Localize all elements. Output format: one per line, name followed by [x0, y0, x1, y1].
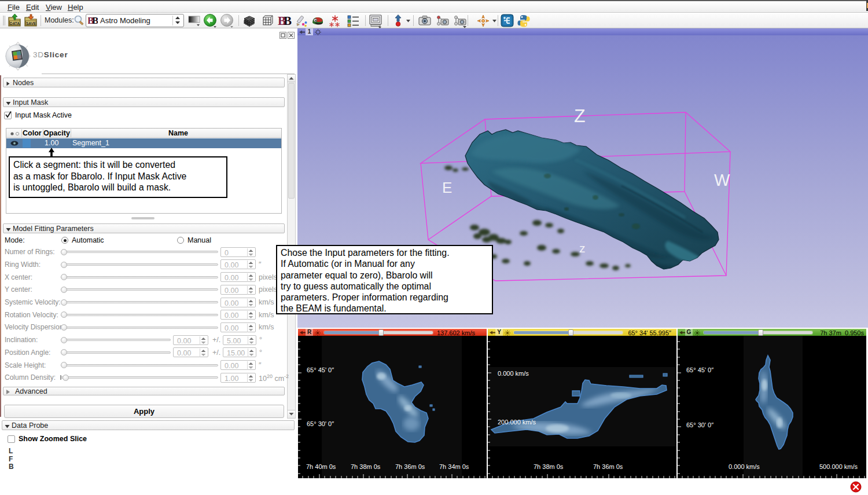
svg-text:Z: Z [574, 105, 586, 126]
svg-text:B: B [284, 14, 292, 28]
svg-text:W: W [714, 171, 730, 189]
svg-text:DATA: DATA [10, 21, 20, 25]
svg-text:E: E [442, 179, 452, 196]
svg-text:B: B [92, 16, 98, 25]
svg-text:SAVE: SAVE [26, 21, 36, 25]
svg-text:z: z [579, 241, 586, 255]
